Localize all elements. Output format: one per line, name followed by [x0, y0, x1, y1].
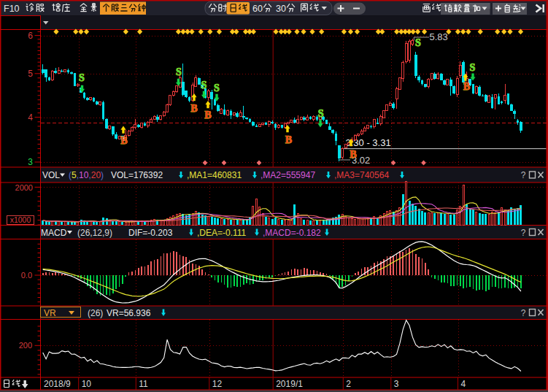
svg-text:2019/1: 2019/1 — [276, 379, 303, 389]
svg-text:B: B — [190, 103, 197, 114]
svg-text:S: S — [79, 72, 85, 83]
svg-text:VOL=176392: VOL=176392 — [111, 170, 163, 180]
svg-text:12: 12 — [212, 379, 223, 389]
svg-text:3: 3 — [28, 157, 33, 167]
svg-text:,DEA=-0.111: ,DEA=-0.111 — [197, 228, 247, 238]
svg-text:S: S — [214, 82, 220, 93]
svg-text:VR: VR — [44, 308, 56, 318]
svg-text:B: B — [120, 135, 127, 146]
svg-text:10: 10 — [82, 379, 92, 389]
svg-text:DIF=-0.203: DIF=-0.203 — [128, 228, 173, 238]
svg-text:B: B — [350, 149, 356, 160]
svg-text:5: 5 — [28, 69, 33, 79]
svg-text:B: B — [204, 109, 211, 120]
svg-text:2018/9: 2018/9 — [44, 379, 71, 389]
svg-text:4: 4 — [28, 112, 33, 123]
svg-text:S: S — [176, 66, 182, 77]
svg-text:x1000: x1000 — [10, 215, 31, 224]
svg-text:S: S — [415, 37, 421, 48]
svg-text:,MACD=-0.182: ,MACD=-0.182 — [263, 228, 321, 238]
svg-text:30: 30 — [276, 4, 286, 14]
svg-text:11: 11 — [139, 379, 148, 389]
svg-text:(26): (26) — [88, 308, 103, 318]
svg-text:?: ? — [521, 228, 526, 238]
svg-text:S: S — [201, 80, 207, 91]
svg-text:,MA1=460831: ,MA1=460831 — [187, 170, 242, 180]
svg-text:B: B — [463, 81, 470, 92]
svg-text:2000: 2000 — [15, 183, 33, 192]
svg-text:S: S — [318, 108, 324, 119]
svg-text:3: 3 — [394, 379, 399, 389]
svg-text:(26,12,9): (26,12,9) — [77, 228, 112, 238]
svg-text:200: 200 — [19, 341, 32, 350]
svg-text:(5,10,20): (5,10,20) — [69, 170, 104, 180]
svg-text:MACD: MACD — [41, 228, 67, 238]
svg-text:?: ? — [521, 170, 526, 180]
svg-text:4: 4 — [461, 379, 466, 389]
svg-text:F10: F10 — [4, 4, 20, 14]
svg-text:S: S — [470, 62, 476, 73]
svg-text:B: B — [285, 134, 292, 145]
svg-text:,MA3=740564: ,MA3=740564 — [334, 170, 389, 180]
svg-text:?: ? — [521, 308, 526, 318]
svg-text:0.0: 0.0 — [21, 271, 32, 280]
svg-text:5.83: 5.83 — [430, 31, 448, 42]
svg-text:2: 2 — [346, 379, 351, 389]
svg-text:VOL: VOL — [42, 170, 60, 180]
svg-text:VR=56.936: VR=56.936 — [107, 308, 151, 318]
svg-text:,MA2=555947: ,MA2=555947 — [261, 170, 315, 180]
svg-text:6: 6 — [28, 31, 33, 41]
svg-text:60: 60 — [252, 4, 263, 14]
